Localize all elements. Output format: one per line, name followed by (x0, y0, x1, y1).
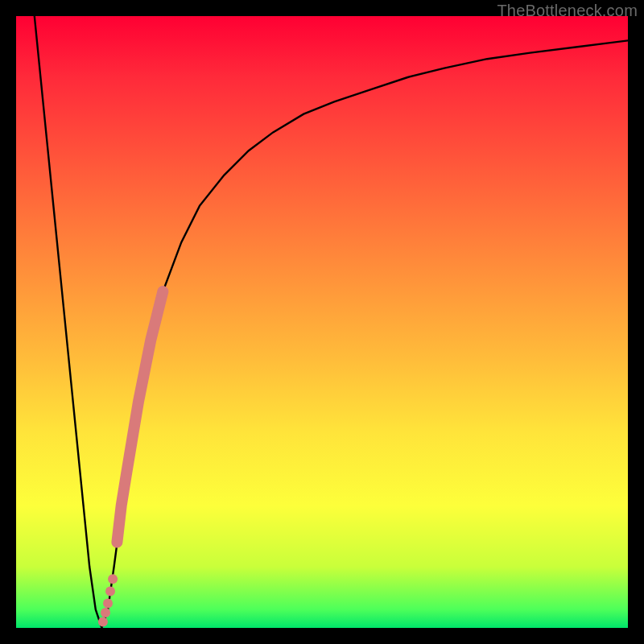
highlight-dot (98, 617, 108, 626)
highlight-segment (117, 291, 163, 543)
highlight-dot (101, 608, 110, 617)
highlight-dots (98, 574, 118, 626)
chart-frame: TheBottleneck.com (0, 0, 644, 644)
highlight-dot (103, 599, 113, 609)
plot-area (16, 16, 628, 628)
main-curve (35, 16, 628, 628)
highlight-dot (108, 574, 118, 584)
watermark-text: TheBottleneck.com (497, 2, 638, 20)
highlight-dot (105, 586, 115, 596)
chart-svg (16, 16, 628, 628)
